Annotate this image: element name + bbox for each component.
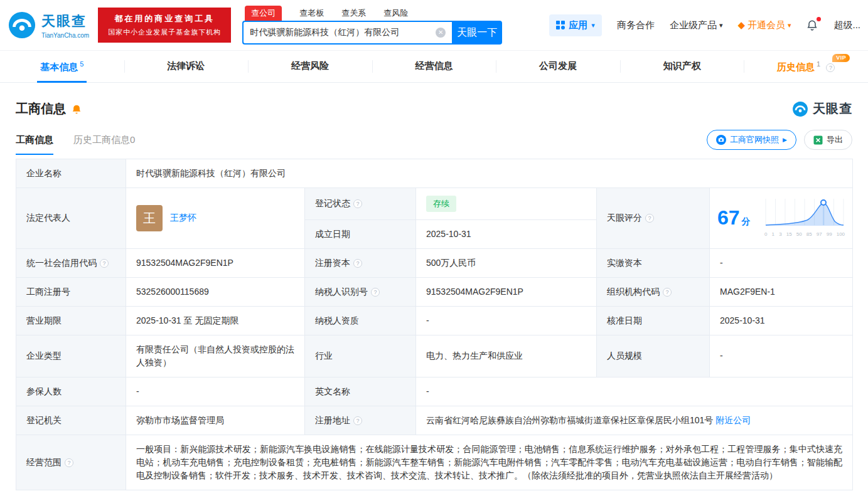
insured-count-value: - [126, 377, 305, 406]
business-term-value: 2025-10-31 至 无固定期限 [126, 306, 305, 335]
official-snapshot-button[interactable]: 工商官网快照 ▶ [707, 130, 796, 150]
vip-badge: VIP [832, 54, 850, 62]
bell-icon [71, 103, 82, 115]
section-watermark-logo: 天眼查 [792, 100, 852, 117]
status-badge: 存续 [426, 196, 456, 212]
help-icon[interactable]: ? [371, 288, 380, 297]
taxpayer-id-label-text: 纳税人识别号 [315, 287, 368, 297]
top-header: 天眼查 TianYanCha.com 都在用的商业查询工具 国家中小企业发展子基… [0, 0, 868, 50]
reg-capital-value: 500万人民币 [416, 248, 597, 277]
score-label: 天眼评分? [597, 188, 710, 249]
establish-date-label: 成立日期 [305, 219, 416, 248]
company-nav-tabs: 基本信息5 法律诉讼 经营风险 经营信息 公司发展 知识产权 VIP 历史信息1… [0, 50, 868, 83]
logo-name: 天眼查 [41, 12, 89, 31]
arrow-right-icon: ▶ [783, 137, 787, 143]
score-distribution-chart [764, 198, 845, 226]
nav-enterprise-label: 企业级产品 [670, 19, 717, 31]
nav-enterprise[interactable]: 企业级产品 ▾ [670, 19, 723, 31]
search-box: ✕ [242, 21, 452, 45]
promo-banner: 都在用的商业查询工具 国家中小企业发展子基金旗下机构 [98, 8, 231, 43]
paid-capital-value: - [710, 248, 853, 277]
tab-basic-info[interactable]: 基本信息5 [0, 51, 124, 82]
legal-rep-link[interactable]: 王梦怀 [170, 211, 196, 224]
apps-menu[interactable]: 应用 ▾ [549, 14, 602, 36]
notification-dot [817, 17, 821, 21]
org-code-value: MAG2F9EN-1 [710, 277, 853, 306]
excel-icon [813, 135, 823, 145]
watermark-logo-text: 天眼查 [813, 100, 852, 117]
business-info-table: 企业名称 时代骐骥新能源科技（红河）有限公司 法定代表人 王 王梦怀 登记状态?… [16, 159, 853, 490]
clear-search-icon[interactable]: ✕ [436, 28, 446, 38]
business-scope-label-text: 经营范围 [26, 457, 62, 467]
reg-address-value: 云南省红河哈尼族彝族自治州弥勒市福城街道章保社区章保居民小组101号 [426, 415, 713, 425]
staff-size-value: - [710, 335, 853, 377]
top-right-nav: 应用 ▾ 商务合作 企业级产品 ▾ ◆ 开通会员 ▾ 超级... [549, 14, 860, 36]
reg-capital-label-text: 注册资本 [315, 258, 350, 268]
help-icon[interactable]: ? [826, 63, 835, 72]
search-input[interactable] [244, 28, 436, 38]
english-name-label: 英文名称 [305, 377, 416, 406]
reg-status-label-text: 登记状态 [315, 198, 350, 208]
credit-code-value: 91532504MAG2F9EN1P [126, 248, 305, 277]
chevron-down-icon: ▾ [591, 21, 595, 29]
reg-status-cell: 存续 [416, 188, 597, 220]
approval-date-value: 2025-10-31 [710, 306, 853, 335]
help-icon[interactable]: ? [663, 288, 672, 297]
insured-count-label: 参保人数 [16, 377, 126, 406]
export-button[interactable]: 导出 [804, 130, 852, 150]
tab-legal-litigation[interactable]: 法律诉讼 [124, 51, 249, 82]
tab-basic-info-label: 基本信息 [40, 61, 78, 72]
help-icon[interactable]: ? [353, 259, 362, 268]
table-row: 营业期限 2025-10-31 至 无固定期限 纳税人资质 - 核准日期 202… [16, 306, 853, 335]
section-actions: 工商官网快照 ▶ 导出 [707, 130, 852, 155]
tab-intellectual-property[interactable]: 知识产权 [620, 51, 744, 82]
search-tab-relation[interactable]: 查关系 [341, 8, 366, 21]
tab-operating-risk[interactable]: 经营风险 [248, 51, 372, 82]
tab-operating-info[interactable]: 经营信息 [372, 51, 496, 82]
subscribe-bell-icon[interactable] [71, 103, 82, 115]
subtab-history-business-info[interactable]: 历史工商信息0 [73, 134, 135, 155]
company-type-value: 有限责任公司（非自然人投资或控股的法人独资） [126, 335, 305, 377]
nav-super-vip[interactable]: 超级... [833, 19, 860, 31]
company-name-value: 时代骐骥新能源科技（红河）有限公司 [126, 159, 853, 188]
banner-line1: 都在用的商业查询工具 [104, 13, 225, 24]
industry-label: 行业 [305, 335, 416, 377]
help-icon[interactable]: ? [65, 458, 73, 467]
reg-authority-label: 登记机关 [16, 406, 126, 435]
tab-history-info[interactable]: VIP 历史信息1 ? [744, 51, 868, 82]
nav-open-vip[interactable]: ◆ 开通会员 ▾ [737, 19, 791, 31]
nearby-companies-link[interactable]: 附近公司 [715, 415, 751, 425]
taxpayer-id-value: 91532504MAG2F9EN1P [416, 277, 597, 306]
tab-company-development[interactable]: 公司发展 [496, 51, 620, 82]
score-unit: 分 [742, 216, 751, 226]
industry-value: 电力、热力生产和供应业 [416, 335, 597, 377]
score-number: 67 [717, 206, 740, 229]
chevron-down-icon: ▾ [719, 21, 723, 29]
reg-address-label-text: 注册地址 [315, 415, 350, 425]
reg-address-cell: 云南省红河哈尼族彝族自治州弥勒市福城街道章保社区章保居民小组101号 附近公司 [416, 406, 853, 435]
score-cell: 67分 [710, 188, 853, 249]
help-icon[interactable]: ? [645, 214, 654, 223]
help-icon[interactable]: ? [353, 199, 362, 208]
notification-bell-icon[interactable] [806, 19, 818, 31]
nav-cooperation[interactable]: 商务合作 [617, 19, 655, 31]
paid-capital-label: 实缴资本 [597, 248, 710, 277]
help-icon[interactable]: ? [100, 259, 109, 268]
table-row: 法定代表人 王 王梦怀 登记状态? 存续 天眼评分? 67分 [16, 188, 853, 220]
reg-capital-label: 注册资本? [305, 248, 416, 277]
legal-rep-label: 法定代表人 [16, 188, 126, 249]
subtab-business-info[interactable]: 工商信息 [16, 134, 53, 155]
logo-text: 天眼查 TianYanCha.com [41, 12, 89, 39]
tab-label: 公司发展 [539, 60, 577, 71]
tab-history-label: 历史信息 [777, 61, 815, 72]
tianyancha-logo[interactable]: 天眼查 TianYanCha.com [8, 11, 89, 40]
search-tab-boss[interactable]: 查老板 [299, 8, 324, 21]
search-tabs: 查公司 查老板 查关系 查风险 [242, 6, 502, 21]
help-icon[interactable]: ? [353, 416, 362, 425]
business-scope-label: 经营范围? [16, 435, 126, 490]
legal-rep-avatar[interactable]: 王 [136, 205, 163, 231]
search-tab-risk[interactable]: 查风险 [383, 8, 408, 21]
search-button[interactable]: 天眼一下 [452, 21, 502, 45]
apps-label: 应用 [569, 19, 587, 31]
search-tab-company[interactable]: 查公司 [245, 6, 282, 21]
